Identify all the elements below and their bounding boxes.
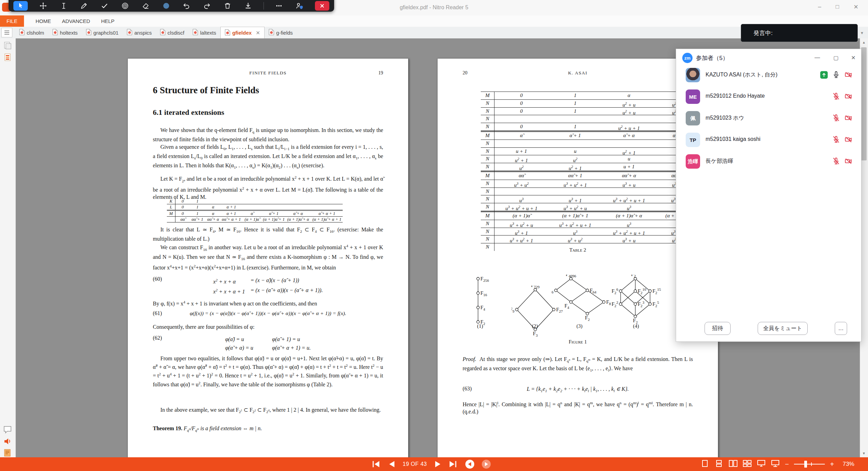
svg-text:F230: F230 [631, 275, 640, 278]
sharing-green-bar[interactable] [452, 0, 491, 4]
zoom-slider-handle[interactable] [804, 461, 807, 468]
avatar: 浩暉 [686, 154, 700, 169]
panel-minimize-icon[interactable]: — [815, 55, 820, 61]
comment-icon[interactable] [3, 425, 12, 434]
mic-muted-icon[interactable] [832, 113, 841, 124]
more-icon[interactable] [274, 1, 284, 11]
single-page-view-icon[interactable] [700, 460, 710, 469]
tab-close-icon[interactable]: ✕ [256, 30, 260, 36]
participant-row[interactable]: MEm5291012 Endo Hayate [676, 86, 861, 108]
draw-icon[interactable] [79, 1, 89, 11]
theorem: Theorem 19. Fqn/Fqm is a field extension… [153, 425, 383, 434]
participant-row[interactable]: 浩暉長ケ部浩暉 [676, 151, 861, 172]
stop-share-red-bar[interactable] [491, 0, 511, 4]
note-icon[interactable] [3, 448, 12, 458]
select-icon[interactable] [13, 1, 28, 11]
redo-icon[interactable] [202, 1, 212, 11]
equation-61: (61) φ(f(x)) = (x − φ(α̃))(x − φ(α̃ + 1)… [153, 310, 383, 316]
text-icon[interactable] [59, 1, 69, 11]
pdf-page-19[interactable]: FINITE FIELDS 19 6 Structure of Finite F… [127, 58, 408, 460]
security-icon[interactable] [294, 1, 305, 11]
status-bar: 19 OF 43 − + 73% [0, 457, 868, 471]
first-page-icon[interactable] [372, 460, 381, 468]
close-icon[interactable]: ✕ [854, 3, 858, 11]
facing-view-icon[interactable] [729, 460, 738, 469]
widescreen-view-icon[interactable] [771, 460, 780, 469]
snapshot-icon[interactable] [3, 41, 12, 50]
menu-help[interactable]: HELP [96, 15, 120, 27]
minimize-icon[interactable]: – [818, 3, 821, 11]
mic-muted-icon[interactable] [832, 135, 841, 145]
undo-icon[interactable] [181, 1, 192, 11]
move-icon[interactable] [38, 1, 48, 11]
video-off-icon[interactable] [844, 70, 853, 81]
participant-row[interactable]: TPm5291031 kaiga soshi [676, 129, 861, 151]
tab-clsholm[interactable]: clsholm [15, 27, 48, 38]
continuous-view-icon[interactable] [714, 460, 724, 469]
grid-view-icon[interactable] [743, 460, 752, 469]
video-off-icon[interactable] [844, 92, 853, 102]
video-off-icon[interactable] [844, 157, 853, 167]
tab-clsdiscf[interactable]: clsdiscf [156, 27, 188, 38]
svg-text:F4: F4 [480, 305, 485, 311]
scrollbar-thumb[interactable] [861, 47, 867, 160]
tab-label: clsdiscf [168, 30, 184, 36]
zoom-annotation-toolbar [9, 0, 334, 12]
scroll-down-icon[interactable]: ▼ [860, 451, 868, 455]
paragraph: Given a sequence of fields L0, L1, . . .… [153, 143, 383, 171]
video-off-icon[interactable] [844, 113, 853, 124]
diagram-label: (1) [470, 323, 490, 329]
participants-title: 参加者（5） [696, 54, 728, 62]
pdf-file-icon [86, 29, 91, 36]
next-view-icon[interactable] [482, 460, 491, 469]
participant-row[interactable]: KAZUTO ASAI (ホスト, 自分) [676, 64, 861, 86]
zoom-in-icon[interactable]: + [830, 460, 834, 468]
pdf-file-icon [160, 29, 166, 36]
next-page-icon[interactable] [435, 460, 441, 468]
previous-view-icon[interactable] [465, 460, 474, 469]
table-row: M01αα + 1α̃α̃ + 1α̃ + αα̃ + α + 1 [167, 211, 343, 217]
menu-advanced[interactable]: ADVANCED [57, 15, 96, 27]
save-icon[interactable] [243, 1, 253, 11]
mic-muted-icon[interactable] [832, 92, 841, 102]
collapse-ribbon-icon[interactable]: ▼ [860, 31, 864, 35]
mic-icon[interactable] [832, 70, 841, 81]
check-icon[interactable] [99, 1, 110, 11]
zoom-level[interactable]: 73% [843, 461, 854, 468]
delete-icon[interactable] [222, 1, 233, 11]
tab-gfieldex[interactable]: gfieldex✕ [220, 27, 265, 38]
zoom-out-icon[interactable]: − [785, 460, 789, 468]
diagram-label: (3) [569, 323, 590, 329]
scroll-up-icon[interactable]: ▲ [860, 40, 868, 44]
tab-laltexts[interactable]: laltexts [188, 27, 220, 38]
attachments-icon[interactable] [3, 53, 12, 62]
previous-page-icon[interactable] [388, 460, 395, 468]
invite-button[interactable]: 招待 [705, 322, 731, 335]
menu-file[interactable]: FILE [0, 15, 24, 27]
spotlight-icon[interactable] [120, 1, 130, 11]
tab-holtexts[interactable]: holtexts [48, 27, 82, 38]
tab-g-fields[interactable]: g-fields [265, 27, 297, 38]
mic-muted-icon[interactable] [832, 157, 841, 167]
sidebar-toggle-icon[interactable] [1, 28, 12, 37]
zoom-share-indicator[interactable] [452, 0, 511, 4]
maximize-icon[interactable]: □ [835, 3, 839, 11]
zoom-slider[interactable] [794, 460, 825, 468]
sound-comment-icon[interactable] [3, 437, 12, 446]
more-options-button[interactable]: … [835, 322, 847, 335]
erase-icon[interactable] [140, 1, 151, 11]
last-page-icon[interactable] [449, 460, 458, 468]
tab-anspics[interactable]: anspics [123, 27, 156, 38]
mute-all-button[interactable]: 全員をミュート [758, 322, 808, 335]
fullscreen-view-icon[interactable] [757, 460, 766, 469]
menu-home[interactable]: HOME [30, 15, 57, 27]
panel-maximize-icon[interactable]: ▢ [833, 55, 839, 61]
panel-close-icon[interactable]: ✕ [851, 55, 856, 61]
running-head: FINITE FIELDS 19 [153, 70, 383, 76]
color-icon[interactable] [161, 1, 171, 11]
participant-row[interactable]: 佩m5291023 ホウ [676, 108, 861, 129]
page-indicator[interactable]: 19 OF 43 [403, 461, 427, 467]
close-icon[interactable] [315, 1, 329, 11]
video-off-icon[interactable] [844, 135, 853, 145]
tab-graphcls01[interactable]: graphcls01 [82, 27, 123, 38]
